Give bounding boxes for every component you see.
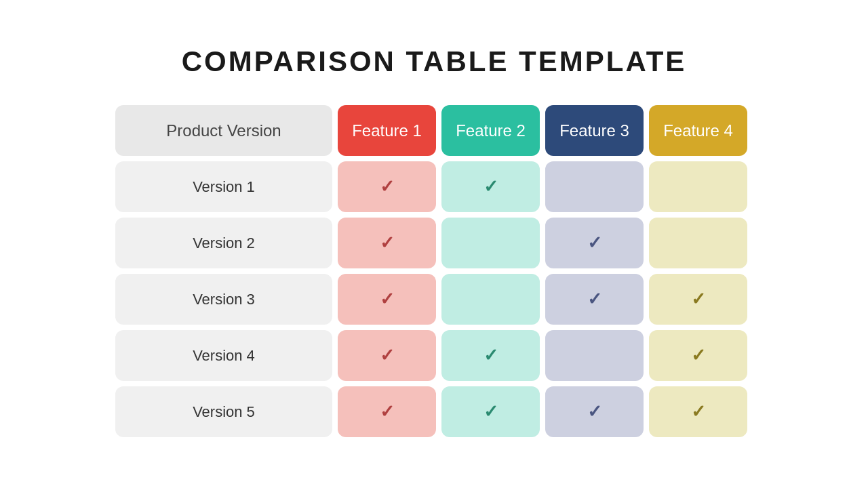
version-4-label: Version 4 [115, 330, 332, 381]
v1-f1-cell: ✓ [338, 161, 436, 212]
header-feature-2: Feature 2 [441, 105, 540, 156]
v4-f2-cell: ✓ [441, 330, 540, 381]
table-row: Version 5 ✓ ✓ ✓ ✓ [115, 386, 753, 437]
checkmark-v3-f4: ✓ [691, 289, 706, 310]
v4-f4-cell: ✓ [649, 330, 747, 381]
v5-f2-cell: ✓ [441, 386, 540, 437]
header-feature-4: Feature 4 [649, 105, 747, 156]
checkmark-v5-f3: ✓ [587, 401, 602, 422]
v5-f1-cell: ✓ [338, 386, 436, 437]
v2-f3-cell: ✓ [545, 218, 644, 268]
checkmark-v4-f2: ✓ [484, 345, 498, 366]
v2-f2-cell [441, 218, 540, 268]
v1-f4-cell [649, 161, 747, 212]
page-title: COMPARISON TABLE TEMPLATE [182, 45, 687, 78]
header-label: Product Version [115, 105, 332, 156]
checkmark-v2-f3: ✓ [587, 232, 602, 253]
v5-f3-cell: ✓ [545, 386, 644, 437]
table-row: Version 2 ✓ ✓ [115, 218, 753, 268]
table-row: Version 3 ✓ ✓ ✓ [115, 274, 753, 325]
version-1-label: Version 1 [115, 161, 332, 212]
checkmark-v5-f4: ✓ [691, 401, 706, 422]
checkmark-v4-f4: ✓ [691, 345, 706, 366]
checkmark-v1-f2: ✓ [484, 176, 498, 197]
table-row: Version 1 ✓ ✓ [115, 161, 753, 212]
header-feature-3: Feature 3 [545, 105, 644, 156]
v2-f1-cell: ✓ [338, 218, 436, 268]
table-row: Version 4 ✓ ✓ ✓ [115, 330, 753, 381]
checkmark-v5-f2: ✓ [484, 401, 498, 422]
v5-f4-cell: ✓ [649, 386, 747, 437]
version-3-label: Version 3 [115, 274, 332, 325]
comparison-table: Product Version Feature 1 Feature 2 Feat… [115, 105, 753, 443]
checkmark-v5-f1: ✓ [380, 401, 395, 422]
v3-f1-cell: ✓ [338, 274, 436, 325]
checkmark-v2-f1: ✓ [380, 232, 395, 253]
v3-f3-cell: ✓ [545, 274, 644, 325]
v3-f2-cell [441, 274, 540, 325]
checkmark-v1-f1: ✓ [380, 176, 395, 197]
checkmark-v3-f3: ✓ [587, 289, 602, 310]
v4-f1-cell: ✓ [338, 330, 436, 381]
table-header-row: Product Version Feature 1 Feature 2 Feat… [115, 105, 753, 156]
v1-f2-cell: ✓ [441, 161, 540, 212]
v2-f4-cell [649, 218, 747, 268]
v1-f3-cell [545, 161, 644, 212]
header-feature-1: Feature 1 [338, 105, 436, 156]
v3-f4-cell: ✓ [649, 274, 747, 325]
checkmark-v3-f1: ✓ [380, 289, 395, 310]
version-5-label: Version 5 [115, 386, 332, 437]
version-2-label: Version 2 [115, 218, 332, 268]
checkmark-v4-f1: ✓ [380, 345, 395, 366]
v4-f3-cell [545, 330, 644, 381]
